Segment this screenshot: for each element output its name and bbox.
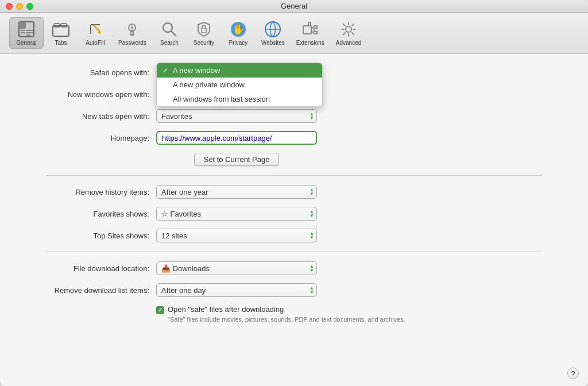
open-safe-files-checkbox[interactable]: ✓ xyxy=(156,306,164,314)
homepage-input[interactable] xyxy=(156,131,317,145)
maximize-button[interactable] xyxy=(26,3,33,10)
svg-rect-20 xyxy=(202,28,206,33)
minimize-button[interactable] xyxy=(16,3,23,10)
toolbar-tabs[interactable]: Tabs xyxy=(44,18,78,48)
dropdown-item-label: A new private window xyxy=(173,80,245,89)
toolbar-general[interactable]: General xyxy=(9,17,44,49)
favorites-shows-label: Favorites shows: xyxy=(23,210,149,218)
toolbar-passwords[interactable]: Passwords xyxy=(113,18,152,48)
svg-line-12 xyxy=(93,25,100,32)
file-download-label: File download location: xyxy=(23,264,149,273)
file-download-row: File download location: 📥 Downloads ▲ ▼ xyxy=(23,261,565,275)
svg-rect-6 xyxy=(26,34,30,36)
remove-download-row: Remove download list items: After one da… xyxy=(23,283,565,297)
favorites-shows-select-wrapper[interactable]: ☆ Favorites ▲ ▼ xyxy=(156,207,317,221)
remove-download-label: Remove download list items: xyxy=(23,286,149,295)
remove-history-row: Remove history items: After one year Aft… xyxy=(23,185,565,199)
help-button[interactable]: ? xyxy=(567,368,579,379)
tabs-label: Tabs xyxy=(55,40,67,46)
toolbar: General Tabs AutoFill xyxy=(0,13,588,54)
separator-2 xyxy=(46,252,542,252)
autofill-icon xyxy=(86,20,105,38)
tabs-icon xyxy=(52,20,70,38)
search-icon xyxy=(160,20,179,38)
extensions-label: Extensions xyxy=(296,40,324,46)
security-icon xyxy=(195,20,213,38)
passwords-label: Passwords xyxy=(118,40,146,46)
websites-label: Websites xyxy=(261,40,285,46)
open-safe-files-main-label: Open "safe" files after downloading xyxy=(168,305,284,314)
top-sites-select[interactable]: 12 sites 6 sites 24 sites xyxy=(156,229,317,242)
toolbar-extensions[interactable]: Extensions xyxy=(291,18,330,48)
toolbar-privacy[interactable]: ✋ Privacy xyxy=(221,18,256,48)
top-sites-label: Top Sites shows: xyxy=(23,231,149,240)
remove-history-select-wrapper[interactable]: After one year After one day After one w… xyxy=(156,185,317,199)
window-title: General xyxy=(281,2,307,10)
new-tabs-control: Favorites ▲ ▼ xyxy=(156,109,317,123)
traffic-lights xyxy=(6,3,33,10)
new-tabs-label: New tabs open with: xyxy=(23,112,149,121)
dropdown-item-last-session[interactable]: All windows from last session xyxy=(157,92,322,106)
new-tabs-select-wrapper[interactable]: Favorites ▲ ▼ xyxy=(156,109,317,123)
top-sites-select-wrapper[interactable]: 12 sites 6 sites 24 sites ▲ ▼ xyxy=(156,229,317,242)
file-download-select-wrapper[interactable]: 📥 Downloads ▲ ▼ xyxy=(156,261,317,275)
title-bar: General xyxy=(0,0,588,13)
extensions-icon xyxy=(301,20,319,38)
websites-icon xyxy=(264,20,282,38)
svg-rect-4 xyxy=(26,30,33,31)
toolbar-security[interactable]: Security xyxy=(187,18,221,48)
svg-text:✋: ✋ xyxy=(232,23,245,36)
svg-rect-24 xyxy=(303,26,311,34)
privacy-icon: ✋ xyxy=(229,20,247,38)
passwords-icon xyxy=(123,20,141,38)
remove-history-label: Remove history items: xyxy=(23,188,149,196)
advanced-label: Advanced xyxy=(336,40,361,46)
toolbar-autofill[interactable]: AutoFill xyxy=(78,18,113,48)
svg-rect-3 xyxy=(21,32,25,33)
new-tabs-select[interactable]: Favorites xyxy=(156,109,317,123)
homepage-label: Homepage: xyxy=(23,134,149,142)
new-windows-label: New windows open with: xyxy=(23,90,149,99)
svg-line-19 xyxy=(171,31,176,36)
favorites-shows-control: ☆ Favorites ▲ ▼ xyxy=(156,207,317,221)
settings-section: Safari opens with: A new window A new pr… xyxy=(0,65,588,324)
toolbar-search[interactable]: Search xyxy=(152,18,187,48)
remove-history-control: After one year After one day After one w… xyxy=(156,185,317,199)
remove-download-select-wrapper[interactable]: After one day After one week After one m… xyxy=(156,283,317,297)
close-button[interactable] xyxy=(6,3,13,10)
set-current-page-button[interactable]: Set to Current Page xyxy=(194,153,280,166)
set-current-page-row: Set to Current Page xyxy=(23,153,565,166)
dropdown-menu: ✓ A new window A new private window All … xyxy=(156,63,323,107)
remove-history-select[interactable]: After one year After one day After one w… xyxy=(156,185,317,199)
toolbar-advanced[interactable]: Advanced xyxy=(330,18,367,48)
privacy-label: Privacy xyxy=(229,40,248,46)
svg-point-25 xyxy=(346,26,351,32)
dropdown-item-private-window[interactable]: A new private window xyxy=(157,78,322,92)
general-icon xyxy=(17,20,36,38)
safari-opens-row: Safari opens with: A new window A new pr… xyxy=(23,65,565,79)
safari-opens-label: Safari opens with: xyxy=(23,68,149,77)
favorites-shows-select[interactable]: ☆ Favorites xyxy=(156,207,317,221)
dropdown-item-label: A new window xyxy=(173,66,220,75)
open-safe-files-text-container: Open "safe" files after downloading "Saf… xyxy=(168,305,405,324)
separator-1 xyxy=(46,175,542,176)
svg-point-17 xyxy=(131,26,133,29)
general-label: General xyxy=(16,40,37,46)
advanced-icon xyxy=(339,20,358,38)
favorites-shows-row: Favorites shows: ☆ Favorites ▲ ▼ xyxy=(23,207,565,221)
security-label: Security xyxy=(194,40,214,46)
svg-rect-5 xyxy=(26,32,33,33)
remove-download-select[interactable]: After one day After one week After one m… xyxy=(156,283,317,297)
top-sites-control: 12 sites 6 sites 24 sites ▲ ▼ xyxy=(156,229,317,242)
set-current-page-control: Set to Current Page xyxy=(156,153,317,166)
dropdown-item-new-window[interactable]: ✓ A new window xyxy=(157,63,322,78)
main-window: General General xyxy=(0,0,588,386)
homepage-row: Homepage: xyxy=(23,131,565,145)
content-area: Safari opens with: A new window A new pr… xyxy=(0,54,588,386)
toolbar-websites[interactable]: Websites xyxy=(256,18,291,48)
file-download-select[interactable]: 📥 Downloads xyxy=(156,261,317,275)
open-safe-files-row: ✓ Open "safe" files after downloading "S… xyxy=(23,305,565,324)
search-label: Search xyxy=(160,40,179,46)
new-tabs-row: New tabs open with: Favorites ▲ ▼ xyxy=(23,109,565,123)
file-download-control: 📥 Downloads ▲ ▼ xyxy=(156,261,317,275)
